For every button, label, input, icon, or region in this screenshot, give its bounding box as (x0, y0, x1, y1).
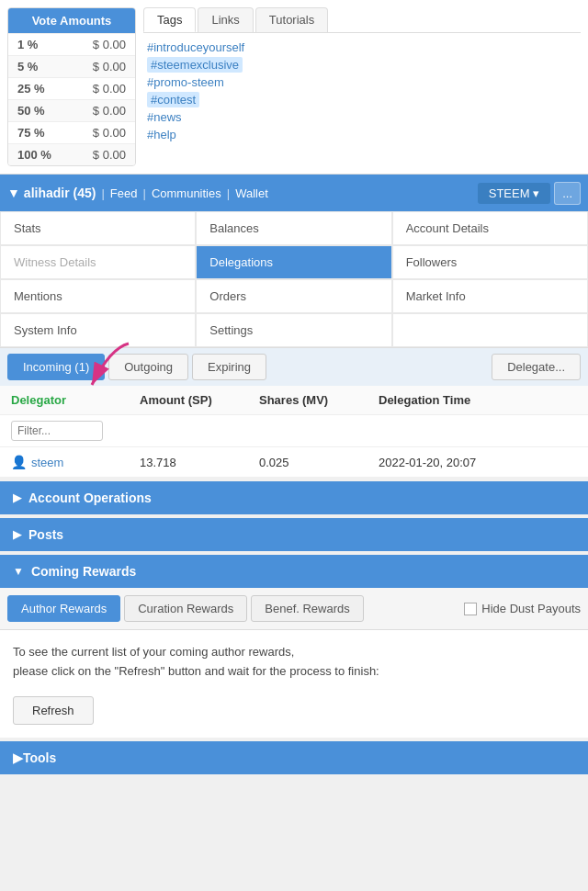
nav-wallet-link[interactable]: Wallet (235, 186, 268, 200)
vote-row-1: 1 % $ 0.00 (8, 33, 135, 55)
menu-empty (392, 313, 588, 347)
col-amount-header: Amount (SP) (140, 393, 259, 407)
menu-witness-details[interactable]: Witness Details (0, 245, 196, 279)
tag-news[interactable]: #news (147, 110, 182, 124)
vote-row-4: 50 % $ 0.00 (8, 99, 135, 121)
refresh-button[interactable]: Refresh (13, 696, 94, 725)
separator-3: | (227, 186, 230, 200)
vote-pct-5: 75 % (17, 126, 45, 140)
vote-amounts-header: Vote Amounts (8, 8, 135, 33)
vote-val-2: $ 0.00 (93, 60, 126, 73)
tag-list: #introduceyourself #steemexclusive #prom… (143, 39, 581, 143)
tag-help[interactable]: #help (147, 128, 176, 141)
account-operations-bar[interactable]: ▶ Account Operations (0, 481, 588, 514)
tab-links[interactable]: Links (198, 7, 253, 32)
posts-expand-icon: ▶ (13, 528, 21, 541)
subtab-delegate[interactable]: Delegate... (492, 354, 581, 380)
account-operations-label: Account Operations (28, 491, 152, 505)
top-section: Vote Amounts 1 % $ 0.00 5 % $ 0.00 25 % … (0, 0, 588, 175)
delegator-filter-input[interactable] (11, 421, 103, 441)
vote-pct-2: 5 % (17, 60, 38, 73)
list-item: #promo-steem (147, 73, 577, 91)
hide-dust-label: Hide Dust Payouts (481, 602, 581, 615)
delegator-steem-link[interactable]: steem (31, 456, 63, 469)
tab-curation-rewards[interactable]: Curation Rewards (124, 595, 247, 622)
vote-pct-4: 50 % (17, 104, 45, 118)
vote-row-5: 75 % $ 0.00 (8, 121, 135, 143)
tab-benef-rewards[interactable]: Benef. Rewards (251, 595, 364, 622)
posts-bar[interactable]: ▶ Posts (0, 518, 588, 551)
dust-payout-control: Hide Dust Payouts (464, 602, 581, 615)
posts-label: Posts (28, 527, 63, 542)
vote-pct-3: 25 % (17, 82, 45, 96)
col-time-header: Delegation Time (379, 393, 577, 407)
vote-val-3: $ 0.00 (93, 82, 126, 96)
tag-contest[interactable]: #contest (147, 92, 199, 107)
coming-rewards-section: Author Rewards Curation Rewards Benef. R… (0, 588, 588, 738)
nav-communities-link[interactable]: Communities (152, 186, 221, 200)
vote-pct-1: 1 % (17, 38, 38, 51)
menu-delegations[interactable]: Delegations (196, 245, 391, 279)
shares-cell: 0.025 (259, 456, 379, 469)
tools-expand-icon: ▶ (13, 750, 23, 765)
menu-mentions[interactable]: Mentions (0, 279, 196, 313)
vote-row-6: 100 % $ 0.00 (8, 143, 135, 165)
user-nav-bar: ▼ alihadir (45) | Feed | Communities | W… (0, 175, 588, 211)
user-icon: 👤 (11, 455, 27, 469)
expand-icon: ▶ (13, 491, 21, 504)
time-cell: 2022-01-20, 20:07 (379, 456, 577, 469)
tab-tutorials[interactable]: Tutorials (255, 7, 328, 32)
vote-val-4: $ 0.00 (93, 104, 126, 118)
list-item: #news (147, 108, 577, 126)
coming-rewards-label: Coming Rewards (31, 564, 136, 579)
nav-right-controls: STEEM ▾ ... (478, 182, 581, 205)
menu-stats[interactable]: Stats (0, 211, 196, 245)
vote-val-1: $ 0.00 (93, 38, 126, 51)
tag-introduceyourself[interactable]: #introduceyourself (147, 40, 244, 54)
col-delegator-header: Delegator (11, 393, 140, 407)
table-row: 👤 steem 13.718 0.025 2022-01-20, 20:07 (0, 447, 588, 478)
menu-market-info[interactable]: Market Info (392, 279, 588, 313)
list-item: #contest (147, 91, 577, 108)
vote-val-6: $ 0.00 (93, 148, 126, 162)
menu-orders[interactable]: Orders (196, 279, 391, 313)
list-item: #help (147, 126, 577, 143)
menu-balances[interactable]: Balances (196, 211, 391, 245)
more-button[interactable]: ... (554, 182, 581, 205)
menu-settings[interactable]: Settings (196, 313, 391, 347)
tab-tags[interactable]: Tags (143, 7, 196, 32)
tag-steemexclusive[interactable]: #steemexclusive (147, 57, 243, 73)
menu-account-details[interactable]: Account Details (392, 211, 588, 245)
tools-bar[interactable]: ▶ Tools (0, 741, 588, 774)
delegator-cell: 👤 steem (11, 455, 140, 469)
hide-dust-checkbox[interactable] (464, 603, 477, 615)
coming-rewards-bar[interactable]: ▼ Coming Rewards (0, 555, 588, 588)
amount-cell: 13.718 (140, 456, 259, 469)
vote-row-3: 25 % $ 0.00 (8, 77, 135, 99)
list-item: #steemexclusive (147, 56, 577, 73)
tools-label: Tools (23, 750, 56, 765)
steem-button[interactable]: STEEM ▾ (478, 183, 550, 204)
menu-followers[interactable]: Followers (392, 245, 588, 279)
delegation-table: Delegator Amount (SP) Shares (MV) Delega… (0, 386, 588, 478)
tag-promo-steem[interactable]: #promo-steem (147, 75, 224, 89)
vote-row-2: 5 % $ 0.00 (8, 55, 135, 77)
tags-section: Tags Links Tutorials #introduceyourself … (143, 7, 581, 166)
tags-tabs-row: Tags Links Tutorials (143, 7, 581, 33)
vote-amounts-panel: Vote Amounts 1 % $ 0.00 5 % $ 0.00 25 % … (7, 7, 136, 166)
pink-arrow-svg (55, 339, 165, 394)
dropdown-arrow-icon[interactable]: ▼ (7, 186, 20, 200)
separator-2: | (142, 186, 145, 200)
rewards-tabs-row: Author Rewards Curation Rewards Benef. R… (0, 588, 588, 630)
rewards-body-text: To see the current list of your coming a… (0, 630, 588, 689)
annotation-arrow (55, 339, 165, 394)
nav-feed-link[interactable]: Feed (110, 186, 138, 200)
username-label: alihadir (45) (24, 186, 96, 200)
vote-pct-6: 100 % (17, 148, 51, 162)
list-item: #introduceyourself (147, 39, 577, 56)
separator-1: | (101, 186, 104, 200)
subtab-expiring[interactable]: Expiring (192, 354, 266, 380)
coming-rewards-expand-icon: ▼ (13, 565, 24, 578)
menu-grid: Stats Balances Account Details Witness D… (0, 211, 588, 348)
tab-author-rewards[interactable]: Author Rewards (7, 595, 120, 622)
